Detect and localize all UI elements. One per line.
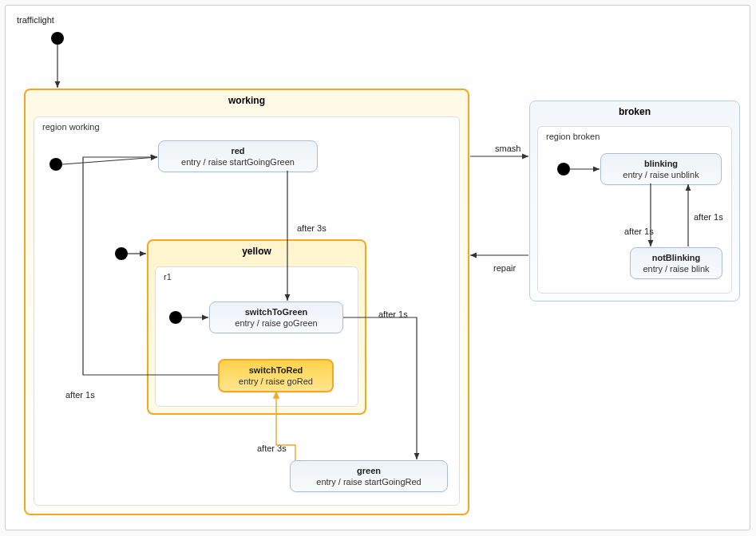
- label-repair: repair: [493, 263, 516, 273]
- state-yellow-title: yellow: [148, 241, 365, 260]
- state-working-title: working: [26, 90, 468, 109]
- region-broken-label: region broken: [538, 127, 731, 141]
- label-red-to-yellow: after 3s: [297, 223, 327, 233]
- state-red-name: red: [167, 146, 309, 156]
- label-yellow-to-green: after 1s: [378, 309, 408, 319]
- region-working-label: region working: [34, 117, 459, 132]
- state-notblinking-name: notBlinking: [639, 253, 714, 262]
- initial-state-top: [51, 32, 64, 45]
- label-not-to-blink: after 1s: [694, 212, 723, 222]
- initial-state-yellow: [169, 311, 182, 324]
- state-blinking-entry: entry / raise unblink: [609, 170, 713, 179]
- label-green-to-yellow: after 3s: [257, 443, 287, 453]
- state-blinking[interactable]: blinking entry / raise unblink: [600, 153, 722, 185]
- state-switchtored-name: switchToRed: [228, 365, 324, 375]
- state-green-name: green: [299, 466, 439, 475]
- state-red-entry: entry / raise startGoingGreen: [167, 157, 309, 167]
- state-switchtored[interactable]: switchToRed entry / raise goRed: [218, 359, 334, 392]
- initial-state-working-2: [115, 247, 128, 260]
- state-switchtogreen-entry: entry / raise goGreen: [218, 318, 334, 328]
- label-blink-to-not: after 1s: [624, 227, 654, 236]
- state-broken-title: broken: [530, 101, 739, 120]
- diagram-title: trafficlight: [17, 15, 54, 25]
- state-blinking-name: blinking: [609, 159, 713, 168]
- state-notblinking[interactable]: notBlinking entry / raise blink: [630, 247, 722, 279]
- state-notblinking-entry: entry / raise blink: [639, 264, 714, 274]
- initial-state-broken: [557, 163, 570, 175]
- state-red[interactable]: red entry / raise startGoingGreen: [158, 140, 318, 172]
- state-green[interactable]: green entry / raise startGoingRed: [290, 460, 448, 492]
- label-yellow-to-red: after 1s: [65, 390, 95, 400]
- state-switchtogreen[interactable]: switchToGreen entry / raise goGreen: [209, 302, 343, 333]
- label-smash: smash: [495, 144, 520, 153]
- initial-state-working: [49, 158, 62, 171]
- region-yellow-label: r1: [156, 267, 358, 282]
- state-green-entry: entry / raise startGoingRed: [299, 477, 439, 487]
- state-switchtogreen-name: switchToGreen: [218, 307, 334, 317]
- state-switchtored-entry: entry / raise goRed: [228, 376, 324, 386]
